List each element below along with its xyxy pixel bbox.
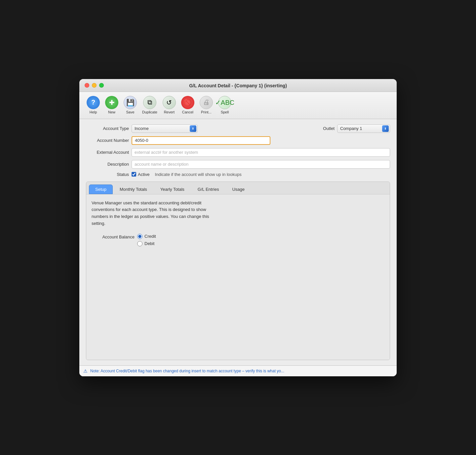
duplicate-label: Duplicate bbox=[142, 110, 157, 114]
print-icon: 🖨 bbox=[200, 96, 213, 109]
account-type-select[interactable]: Income Expense Asset Liability Equity bbox=[132, 124, 198, 133]
tab-yearly-totals[interactable]: Yearly Totals bbox=[154, 185, 191, 194]
help-icon: ? bbox=[87, 96, 100, 109]
account-type-select-wrapper: Income Expense Asset Liability Equity ⬍ bbox=[132, 124, 198, 133]
cancel-label: Cancel bbox=[182, 110, 193, 114]
main-window: G/L Account Detail - {Company 1} (insert… bbox=[79, 79, 397, 376]
save-label: Save bbox=[126, 110, 134, 114]
status-message: Note: Account Credit/Debit flag has been… bbox=[90, 369, 284, 373]
tab-content-setup: Venue Manager uses the standard accounti… bbox=[86, 194, 390, 360]
description-row: Description bbox=[86, 160, 390, 169]
status-hint: Indicate if the account will show up in … bbox=[155, 172, 241, 177]
tab-usage[interactable]: Usage bbox=[226, 185, 251, 194]
outlet-select[interactable]: Company 1 Company 2 bbox=[337, 124, 390, 133]
cancel-button[interactable]: 🚫 Cancel bbox=[179, 95, 196, 115]
duplicate-icon: ⧉ bbox=[143, 96, 156, 109]
spell-icon: ✓ABC bbox=[218, 96, 231, 109]
outlet-section: Outlet Company 1 Company 2 ⬍ bbox=[323, 124, 390, 133]
active-checkbox-label[interactable]: Active bbox=[132, 172, 149, 177]
tab-monthly-totals[interactable]: Monthly Totals bbox=[113, 185, 153, 194]
window-title: G/L Account Detail - {Company 1} (insert… bbox=[85, 83, 391, 88]
new-label: New bbox=[108, 110, 115, 114]
account-balance-section: Account Balance Credit Debit bbox=[92, 234, 384, 246]
spell-label: Spell bbox=[221, 110, 229, 114]
help-label: Help bbox=[90, 110, 97, 114]
credit-radio-label[interactable]: Credit bbox=[137, 234, 156, 239]
tabs-panel: Setup Monthly Totals Yearly Totals G/L E… bbox=[86, 182, 390, 360]
debit-radio-label[interactable]: Debit bbox=[137, 241, 156, 246]
account-type-label: Account Type bbox=[86, 126, 129, 131]
new-icon: ✚ bbox=[105, 96, 118, 109]
help-button[interactable]: ? Help bbox=[85, 95, 102, 115]
tab-gl-entries[interactable]: G/L Entries bbox=[191, 185, 225, 194]
account-number-label: Account Number bbox=[86, 138, 129, 143]
account-number-row: Account Number 4050-0 bbox=[86, 136, 390, 145]
account-number-input[interactable]: 4050-0 bbox=[132, 136, 270, 145]
new-button[interactable]: ✚ New bbox=[103, 95, 120, 115]
traffic-lights bbox=[85, 83, 104, 88]
minimize-button[interactable] bbox=[92, 83, 97, 88]
debit-radio[interactable] bbox=[137, 241, 142, 246]
external-account-row: External Account bbox=[86, 148, 390, 157]
account-type-row: Account Type Income Expense Asset Liabil… bbox=[86, 124, 390, 133]
status-label: Status bbox=[86, 172, 129, 177]
setup-description: Venue Manager uses the standard accounti… bbox=[92, 200, 217, 227]
title-bar: G/L Account Detail - {Company 1} (insert… bbox=[79, 79, 397, 92]
outlet-label: Outlet bbox=[323, 126, 335, 131]
debit-label: Debit bbox=[144, 241, 154, 246]
print-label: Print... bbox=[201, 110, 212, 114]
cancel-icon: 🚫 bbox=[181, 96, 194, 109]
save-button[interactable]: 💾 Save bbox=[122, 95, 139, 115]
balance-radio-group: Credit Debit bbox=[137, 234, 156, 246]
revert-label: Revert bbox=[164, 110, 175, 114]
description-input[interactable] bbox=[132, 160, 390, 169]
external-account-label: External Account bbox=[86, 150, 129, 155]
close-button[interactable] bbox=[85, 83, 89, 88]
external-account-input[interactable] bbox=[132, 148, 390, 157]
duplicate-button[interactable]: ⧉ Duplicate bbox=[140, 95, 159, 115]
spell-button[interactable]: ✓ABC Spell bbox=[216, 95, 233, 115]
tabs-header: Setup Monthly Totals Yearly Totals G/L E… bbox=[86, 182, 390, 194]
active-checkbox[interactable] bbox=[132, 172, 136, 177]
revert-button[interactable]: ↺ Revert bbox=[161, 95, 178, 115]
revert-icon: ↺ bbox=[163, 96, 176, 109]
outlet-select-wrapper: Company 1 Company 2 ⬍ bbox=[337, 124, 390, 133]
warning-icon: ⚠ bbox=[83, 368, 88, 374]
print-button[interactable]: 🖨 Print... bbox=[198, 95, 215, 115]
credit-radio[interactable] bbox=[137, 234, 142, 239]
active-label: Active bbox=[138, 172, 149, 177]
save-icon: 💾 bbox=[124, 96, 137, 109]
account-balance-label: Account Balance bbox=[92, 234, 135, 239]
description-label: Description bbox=[86, 162, 129, 167]
status-row: Status Active Indicate if the account wi… bbox=[86, 172, 390, 177]
content-area: Account Type Income Expense Asset Liabil… bbox=[79, 119, 397, 365]
status-bar: ⚠ Note: Account Credit/Debit flag has be… bbox=[79, 365, 397, 376]
zoom-button[interactable] bbox=[99, 83, 104, 88]
credit-label: Credit bbox=[144, 234, 156, 239]
toolbar: ? Help ✚ New 💾 Save ⧉ Duplicate ↺ Revert… bbox=[79, 92, 397, 119]
tab-setup[interactable]: Setup bbox=[89, 185, 113, 194]
